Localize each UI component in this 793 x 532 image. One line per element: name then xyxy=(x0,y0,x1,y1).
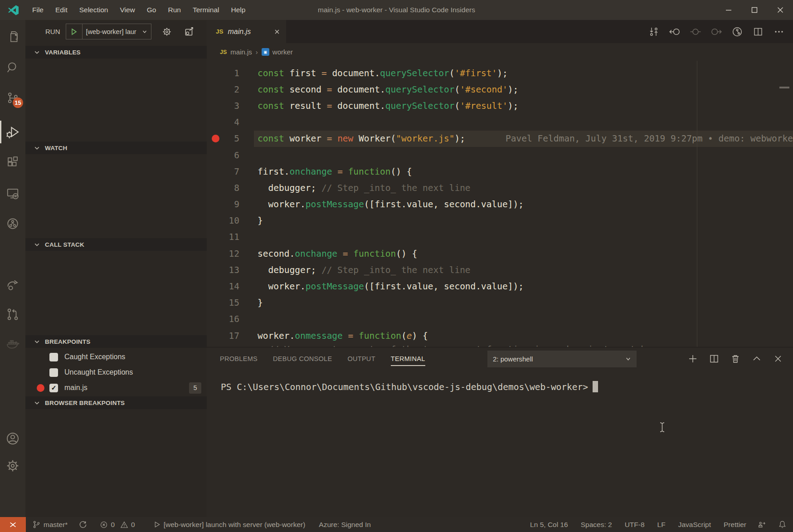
terminal-prompt: PS C:\Users\Connor\Documents\Github\vsco… xyxy=(221,381,598,392)
code-line-12: 12second.onchange = function() { xyxy=(207,245,793,262)
panel-tab-debug-console[interactable]: DEBUG CONSOLE xyxy=(273,347,332,370)
azure-status[interactable]: Azure: Signed In xyxy=(319,521,371,529)
terminal-cursor xyxy=(593,381,598,392)
debug-settings-gear-icon[interactable] xyxy=(161,26,172,37)
menu-run[interactable]: Run xyxy=(162,0,186,20)
section-call-stack[interactable]: CALL STACK xyxy=(25,238,207,251)
extensions-icon[interactable] xyxy=(0,150,25,176)
breakpoint-label: Uncaught Exceptions xyxy=(64,368,133,376)
vscode-insiders-logo xyxy=(0,0,26,20)
activity-bar: 15 xyxy=(0,20,25,517)
terminal-select[interactable]: 2: powershell xyxy=(487,351,637,367)
code-text: const first = document.querySelector('#f… xyxy=(239,68,508,78)
status-bar: master* 0 0 [web-worker] launch with ser… xyxy=(0,517,793,532)
line-number: 7 xyxy=(207,166,239,177)
panel-tab-terminal[interactable]: TERMINAL xyxy=(391,347,425,370)
formatter-status[interactable]: Prettier xyxy=(724,521,746,529)
launch-status[interactable]: [web-worker] launch with server (web-wor… xyxy=(153,521,306,529)
debug-console-icon[interactable] xyxy=(183,26,195,38)
code-text: } xyxy=(239,298,263,308)
code-editor[interactable]: 1const first = document.querySelector('#… xyxy=(207,61,793,347)
github-pr-icon[interactable] xyxy=(0,301,25,327)
line-number: 13 xyxy=(207,265,239,275)
panel-tab-problems[interactable]: PROBLEMS xyxy=(220,347,258,370)
source-control-icon[interactable]: 15 xyxy=(0,85,25,111)
maximize-button[interactable] xyxy=(741,0,767,20)
breakpoint-checkbox[interactable] xyxy=(49,368,58,377)
branch-icon xyxy=(32,520,41,529)
menu-terminal[interactable]: Terminal xyxy=(187,0,225,20)
code-line-17: 17worker.onmessage = function(e) { xyxy=(207,327,793,344)
navigate-forward-icon[interactable] xyxy=(706,20,727,43)
line-number: 2 xyxy=(207,84,239,95)
menu-go[interactable]: Go xyxy=(141,0,162,20)
section-variables[interactable]: VARIABLES xyxy=(25,46,207,59)
menu-selection[interactable]: Selection xyxy=(73,0,114,20)
js-file-icon: JS xyxy=(216,28,224,35)
start-debug-button[interactable] xyxy=(66,24,83,39)
account-icon[interactable] xyxy=(0,425,25,452)
run-timeline-icon[interactable] xyxy=(727,20,748,43)
menu-edit[interactable]: Edit xyxy=(49,0,73,20)
split-editor-icon[interactable] xyxy=(748,20,769,43)
section-browser-breakpoints[interactable]: BROWSER BREAKPOINTS xyxy=(25,396,207,409)
play-icon xyxy=(153,521,161,528)
new-terminal-icon[interactable] xyxy=(682,347,703,370)
breakpoint-row[interactable]: Caught Exceptions xyxy=(25,349,207,365)
split-terminal-icon[interactable] xyxy=(703,347,725,370)
kill-terminal-trash-icon[interactable] xyxy=(725,347,746,370)
maximize-panel-icon[interactable] xyxy=(746,347,767,370)
remote-indicator[interactable] xyxy=(0,517,26,532)
terminal[interactable]: PS C:\Users\Connor\Documents\Github\vsco… xyxy=(207,370,793,517)
window-title: main.js - web-worker - Visual Studio Cod… xyxy=(227,0,566,20)
feedback-button[interactable] xyxy=(757,520,769,529)
breakpoint-row[interactable]: ✓main.js5 xyxy=(25,380,207,395)
more-actions-icon[interactable] xyxy=(769,20,789,43)
remote-explorer-icon[interactable] xyxy=(0,181,25,207)
code-text: const second = document.querySelector('#… xyxy=(239,84,518,95)
language-status[interactable]: JavaScript xyxy=(678,521,711,529)
breadcrumb-symbol[interactable]: worker xyxy=(272,48,293,56)
notifications-bell[interactable] xyxy=(778,520,787,529)
live-share-icon[interactable] xyxy=(0,272,25,298)
eol-status[interactable]: LF xyxy=(657,521,666,529)
open-changes-icon[interactable] xyxy=(643,20,664,43)
sync-button[interactable] xyxy=(78,520,90,529)
tab-main-js[interactable]: JS main.js xyxy=(207,20,286,43)
menu-file[interactable]: File xyxy=(26,0,49,20)
close-panel-icon[interactable] xyxy=(767,347,788,370)
bell-icon xyxy=(778,520,787,529)
panel-tab-output[interactable]: OUTPUT xyxy=(347,347,375,370)
docker-icon[interactable] xyxy=(0,331,25,357)
breadcrumb-file[interactable]: main.js xyxy=(230,48,252,56)
navigate-current-icon[interactable] xyxy=(685,20,706,43)
title-bar: FileEditSelectionViewGoRunTerminalHelp m… xyxy=(0,0,793,20)
settings-gear-icon[interactable] xyxy=(0,453,25,479)
debug-alt-icon[interactable] xyxy=(0,210,25,237)
breakpoint-checkbox[interactable] xyxy=(49,353,58,361)
indentation-status[interactable]: Spaces: 2 xyxy=(581,521,612,529)
navigate-back-icon[interactable] xyxy=(664,20,685,43)
search-icon[interactable] xyxy=(0,54,25,81)
close-button[interactable] xyxy=(767,0,793,20)
menu-view[interactable]: View xyxy=(114,0,141,20)
problems-status[interactable]: 0 0 xyxy=(100,521,135,529)
launch-config-select[interactable]: [web-worker] laur xyxy=(83,24,151,39)
git-branch-status[interactable]: master* xyxy=(32,520,68,529)
breadcrumb[interactable]: JS main.js › ▣ worker xyxy=(207,43,793,61)
encoding-status[interactable]: UTF-8 xyxy=(625,521,645,529)
minimize-button[interactable] xyxy=(715,0,741,20)
cursor-position-status[interactable]: Ln 5, Col 16 xyxy=(530,521,568,529)
feedback-icon xyxy=(757,520,766,529)
line-number: 8 xyxy=(207,183,239,193)
line-number: 1 xyxy=(207,68,239,78)
tab-close-icon[interactable] xyxy=(273,28,281,35)
explorer-icon[interactable] xyxy=(0,24,25,50)
code-line-10: 10} xyxy=(207,213,793,229)
code-text: worker.onmessage = function(e) { xyxy=(239,331,428,341)
breakpoint-row[interactable]: Uncaught Exceptions xyxy=(25,365,207,380)
section-watch[interactable]: WATCH xyxy=(25,142,207,154)
breakpoint-checkbox[interactable]: ✓ xyxy=(49,384,58,392)
run-debug-icon[interactable] xyxy=(0,119,25,145)
section-breakpoints[interactable]: BREAKPOINTS xyxy=(25,335,207,348)
